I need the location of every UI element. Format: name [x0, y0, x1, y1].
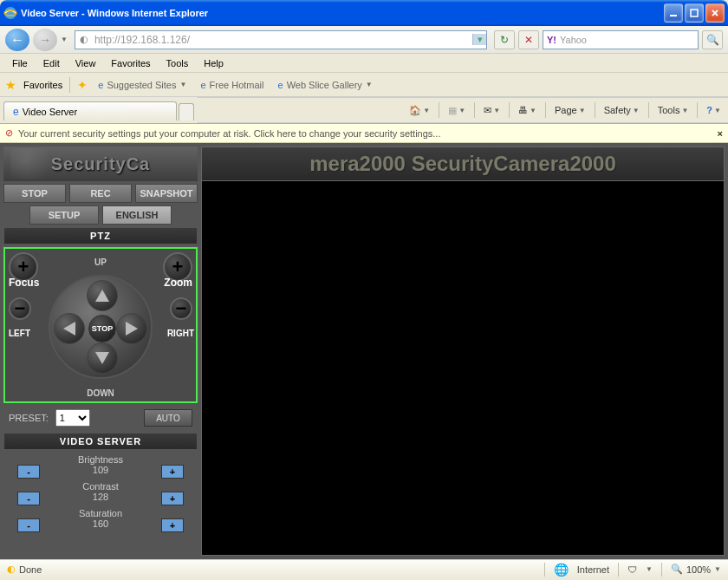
setup-button[interactable]: SETUP — [29, 205, 99, 225]
status-icon: ◐ — [7, 564, 16, 575]
help-button[interactable]: ?▼ — [706, 105, 721, 115]
left-label: LEFT — [9, 329, 30, 338]
history-dropdown[interactable]: ▼ — [61, 36, 68, 43]
saturation-minus-button[interactable]: - — [17, 518, 40, 532]
control-sidebar: SecurityCa STOP REC SNAPSHOT SETUP ENGLI… — [0, 143, 201, 559]
ptz-panel: + + − − Focus Zoom LEFT RIGHT UP DOWN ST… — [3, 247, 198, 403]
preset-label: PRESET: — [9, 413, 49, 423]
search-placeholder: Yahoo — [560, 35, 587, 45]
status-bar: ◐ Done 🌐 Internet 🛡 ▼ 🔍 100% ▼ — [0, 559, 728, 578]
ie-icon — [3, 6, 17, 20]
add-favorite-icon[interactable]: ✦ — [77, 78, 88, 92]
dismiss-warning-button[interactable]: × — [718, 128, 723, 139]
ptz-dial: STOP — [49, 275, 153, 379]
menu-edit[interactable]: Edit — [36, 56, 67, 70]
forward-button[interactable]: → — [33, 29, 57, 51]
refresh-button[interactable]: ↻ — [494, 30, 515, 49]
nav-bar: ← → ▼ ◐ ▾ ↻ ✕ Y! Yahoo 🔍 — [0, 26, 728, 54]
brightness-minus-button[interactable]: - — [17, 465, 40, 479]
address-bar[interactable]: ◐ ▾ — [75, 30, 487, 49]
page-menu[interactable]: Page▼ — [555, 105, 586, 115]
menu-help[interactable]: Help — [197, 56, 231, 70]
close-button[interactable] — [705, 3, 725, 23]
print-button[interactable]: 🖶▼ — [518, 105, 536, 115]
favorites-star-icon[interactable]: ★ — [5, 78, 16, 92]
zoom-control[interactable]: 🔍 100% ▼ — [671, 564, 721, 575]
menu-favorites[interactable]: Favorites — [104, 56, 157, 70]
menu-view[interactable]: View — [68, 56, 103, 70]
zoom-value: 100% — [686, 564, 711, 575]
menu-tools[interactable]: Tools — [159, 56, 196, 70]
ie-icon: e — [13, 106, 19, 118]
watermark-text: mera2000 SecurityCamera2000 — [309, 152, 616, 176]
video-feed[interactable] — [201, 181, 725, 556]
search-box[interactable]: Y! Yahoo — [543, 30, 699, 49]
contrast-minus-button[interactable]: - — [17, 492, 40, 505]
wolf-logo — [10, 148, 62, 179]
down-label: DOWN — [87, 388, 114, 398]
divider — [69, 77, 70, 93]
ptz-header: PTZ — [3, 227, 198, 244]
ie-icon: e — [200, 80, 205, 90]
contrast-control: Contrast 128 - + — [3, 479, 198, 504]
mail-button[interactable]: ✉▼ — [484, 105, 500, 116]
safety-menu[interactable]: Safety▼ — [604, 105, 640, 115]
ie-icon: e — [278, 80, 283, 90]
tab-bar: e Video Server — [0, 100, 198, 121]
web-slice-link[interactable]: eWeb Slice Gallery▼ — [275, 80, 376, 90]
up-label: UP — [94, 257, 107, 267]
yahoo-icon: Y! — [547, 35, 556, 45]
ptz-stop-button[interactable]: STOP — [88, 315, 116, 342]
url-input[interactable] — [93, 34, 472, 46]
globe-icon: 🌐 — [554, 563, 569, 577]
free-hotmail-link[interactable]: eFree Hotmail — [197, 80, 267, 90]
suggested-sites-link[interactable]: eSuggested Sites▼ — [94, 80, 190, 90]
stop-button[interactable]: STOP — [3, 184, 66, 203]
pan-up-button[interactable] — [87, 280, 118, 311]
tab-video-server[interactable]: e Video Server — [3, 101, 177, 121]
menu-bar: File Edit View Favorites Tools Help — [0, 54, 728, 73]
stop-button[interactable]: ✕ — [518, 30, 539, 49]
address-dropdown[interactable]: ▾ — [472, 34, 486, 45]
window-title: Video Server - Windows Internet Explorer — [21, 8, 662, 18]
pan-left-button[interactable] — [54, 313, 85, 344]
maximize-button[interactable] — [685, 3, 704, 23]
focus-minus-button[interactable]: − — [9, 297, 31, 320]
svg-point-0 — [4, 7, 16, 19]
alert-icon: ⊘ — [5, 127, 13, 139]
video-server-header: VIDEO SERVER — [3, 433, 198, 450]
contrast-plus-button[interactable]: + — [161, 492, 184, 505]
svg-rect-2 — [670, 15, 677, 16]
new-tab-button[interactable] — [179, 103, 194, 121]
language-button[interactable]: ENGLISH — [102, 205, 172, 225]
home-button[interactable]: 🏠▼ — [409, 105, 430, 116]
record-controls-row: STOP REC SNAPSHOT — [3, 184, 198, 203]
zoom-icon: 🔍 — [671, 564, 683, 575]
rec-button[interactable]: REC — [69, 184, 132, 203]
zoom-minus-button[interactable]: − — [170, 297, 192, 320]
menu-file[interactable]: File — [5, 56, 35, 70]
tools-menu[interactable]: Tools▼ — [658, 105, 689, 115]
security-warning-text: Your current security settings put your … — [18, 128, 440, 139]
preset-select[interactable]: 1 — [55, 409, 90, 427]
status-text: Done — [19, 564, 42, 575]
security-warning-bar[interactable]: ⊘ Your current security settings put you… — [0, 124, 728, 143]
svg-rect-3 — [691, 10, 698, 16]
auto-button[interactable]: AUTO — [144, 409, 192, 427]
protected-mode-icon[interactable]: 🛡 — [627, 564, 637, 575]
page-content: SecurityCa STOP REC SNAPSHOT SETUP ENGLI… — [0, 143, 728, 559]
feeds-button[interactable]: ▦▼ — [448, 105, 465, 116]
saturation-plus-button[interactable]: + — [161, 518, 184, 532]
search-button[interactable]: 🔍 — [702, 30, 723, 49]
window-titlebar: Video Server - Windows Internet Explorer — [0, 0, 728, 26]
pan-down-button[interactable] — [87, 342, 118, 374]
brightness-label: Brightness — [3, 454, 198, 465]
snapshot-button[interactable]: SNAPSHOT — [135, 184, 198, 203]
brightness-control: Brightness 109 - + — [3, 453, 198, 477]
brightness-plus-button[interactable]: + — [161, 465, 184, 479]
pan-right-button[interactable] — [116, 313, 147, 344]
back-button[interactable]: ← — [5, 29, 29, 51]
video-banner: mera2000 SecurityCamera2000 — [201, 147, 725, 181]
minimize-button[interactable] — [664, 3, 683, 23]
favorites-label[interactable]: Favorites — [23, 80, 62, 90]
